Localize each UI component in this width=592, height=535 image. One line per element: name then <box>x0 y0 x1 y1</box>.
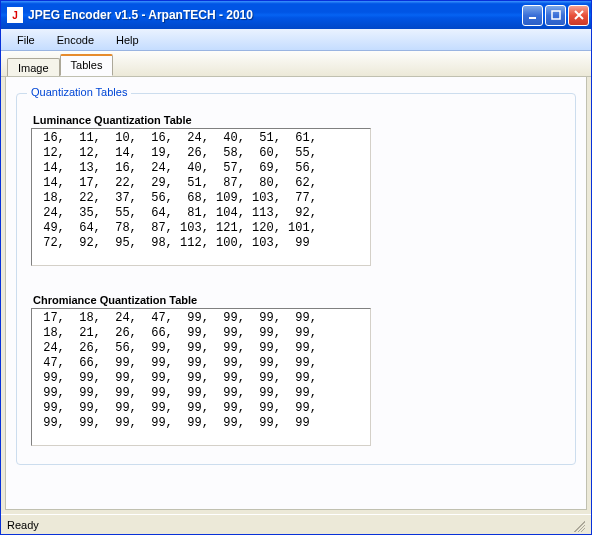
app-icon: J <box>7 7 23 23</box>
tab-image[interactable]: Image <box>7 58 60 77</box>
status-text: Ready <box>7 519 39 531</box>
tabstrip: Image Tables <box>1 51 591 77</box>
client-area: Quantization Tables Luminance Quantizati… <box>5 76 587 510</box>
luminance-table: 16, 11, 10, 16, 24, 40, 51, 61, 12, 12, … <box>31 128 371 266</box>
chrominance-table: 17, 18, 24, 47, 99, 99, 99, 99, 18, 21, … <box>31 308 371 446</box>
app-window: J JPEG Encoder v1.5 - ArpanTECH - 2010 F… <box>0 0 592 535</box>
minimize-button[interactable] <box>522 5 543 26</box>
menu-encode[interactable]: Encode <box>47 32 104 48</box>
statusbar: Ready <box>1 514 591 534</box>
menubar: File Encode Help <box>1 29 591 51</box>
window-title: JPEG Encoder v1.5 - ArpanTECH - 2010 <box>28 8 522 22</box>
svg-rect-1 <box>552 11 560 19</box>
close-icon <box>573 9 585 21</box>
maximize-icon <box>550 9 562 21</box>
maximize-button[interactable] <box>545 5 566 26</box>
resize-grip[interactable] <box>571 518 585 532</box>
menu-file[interactable]: File <box>7 32 45 48</box>
tab-tables[interactable]: Tables <box>60 54 114 76</box>
chrominance-title: Chromiance Quantization Table <box>33 294 561 306</box>
luminance-title: Luminance Quantization Table <box>33 114 561 126</box>
group-title: Quantization Tables <box>27 86 131 98</box>
window-buttons <box>522 5 589 26</box>
titlebar: J JPEG Encoder v1.5 - ArpanTECH - 2010 <box>1 1 591 29</box>
quantization-group: Quantization Tables Luminance Quantizati… <box>16 93 576 465</box>
minimize-icon <box>527 9 539 21</box>
svg-rect-0 <box>529 17 536 19</box>
close-button[interactable] <box>568 5 589 26</box>
menu-help[interactable]: Help <box>106 32 149 48</box>
